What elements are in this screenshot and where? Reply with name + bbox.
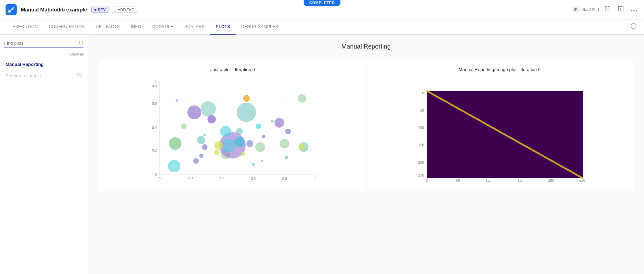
plots-grid: Just a plot - Iteration 0 (99, 59, 633, 191)
svg-point-42 (255, 142, 265, 152)
sidebar: Show all Manual Reporting Seaborn exampl… (0, 35, 88, 274)
dev-tag[interactable]: DEV (91, 7, 109, 13)
svg-text:0.4: 0.4 (220, 177, 224, 181)
svg-rect-3 (605, 6, 607, 11)
svg-text:150: 150 (418, 143, 424, 147)
sidebar-item-manual-reporting[interactable]: Manual Reporting (0, 59, 88, 70)
image-chart: 0 50 100 150 200 250 0 50 100 150 200 25… (409, 78, 590, 185)
svg-point-65 (271, 120, 274, 122)
more-options-button[interactable] (629, 5, 638, 15)
page-title: Manual Reporting (99, 43, 633, 50)
tab-scalars[interactable]: SCALARS (179, 19, 210, 35)
svg-point-47 (202, 144, 207, 150)
svg-text:0.4: 0.4 (152, 126, 157, 130)
svg-text:250: 250 (579, 179, 585, 182)
scatter-plot-card: Just a plot - Iteration 0 (99, 59, 366, 191)
image-plot-card: Manual Reporting/Image plot - Iteration … (366, 59, 633, 191)
top-right-actions: ID 66aa125d (573, 4, 638, 15)
svg-point-41 (237, 103, 256, 122)
svg-point-59 (241, 152, 245, 156)
svg-point-61 (243, 95, 250, 102)
nav-tabs: EXECUTION CONFIGURATION ARTIFACTS INFO C… (0, 19, 644, 35)
svg-point-44 (298, 94, 306, 103)
details-icon-button[interactable] (603, 4, 612, 15)
id-badge: ID 66aa125d (573, 7, 599, 12)
svg-text:0: 0 (155, 173, 157, 177)
svg-point-68 (252, 163, 255, 166)
svg-point-46 (187, 105, 201, 119)
svg-point-60 (298, 144, 305, 151)
svg-point-55 (234, 137, 245, 147)
tags-area: DEV + ADD TAG (91, 7, 137, 13)
svg-point-53 (220, 126, 231, 137)
scatter-chart: 0 0.2 0.4 0.6 0.8 1 0 0.2 0.4 0.6 0.8 1 (142, 78, 323, 185)
svg-text:50: 50 (420, 109, 424, 112)
tab-plots[interactable]: PLOTS (210, 19, 236, 35)
svg-text:0: 0 (159, 177, 161, 181)
svg-text:0.8: 0.8 (152, 84, 157, 88)
svg-text:200: 200 (418, 161, 424, 164)
tab-artifacts[interactable]: ARTIFACTS (90, 19, 125, 35)
scatter-plot-area: 0 0.2 0.4 0.6 0.8 1 0 0.2 0.4 0.6 0.8 1 (105, 78, 361, 185)
tab-execution[interactable]: EXECUTION (7, 19, 43, 35)
svg-text:150: 150 (517, 179, 523, 182)
image-plot-area: 0 50 100 150 200 250 0 50 100 150 200 25… (372, 78, 628, 185)
tab-debug-samples[interactable]: DEBUG SAMPLES (236, 19, 284, 35)
svg-text:100: 100 (485, 179, 491, 182)
svg-text:0.6: 0.6 (152, 102, 157, 105)
svg-point-9 (633, 10, 635, 11)
add-tag-button[interactable]: + ADD TAG (112, 7, 138, 13)
sidebar-item-seaborn-example[interactable]: Seaborn example (0, 70, 88, 82)
svg-point-37 (197, 136, 205, 144)
image-plot-title: Manual Reporting/Image plot - Iteration … (372, 67, 628, 72)
tab-info[interactable]: INFO (125, 19, 147, 35)
svg-text:0.2: 0.2 (188, 177, 193, 181)
svg-text:0.2: 0.2 (152, 148, 157, 152)
svg-point-8 (631, 10, 632, 11)
svg-text:50: 50 (456, 179, 460, 182)
svg-point-36 (181, 123, 187, 129)
svg-point-51 (274, 118, 284, 128)
svg-point-10 (636, 10, 637, 11)
svg-point-67 (285, 156, 288, 159)
svg-text:0.8: 0.8 (282, 177, 287, 181)
tag-dot (94, 9, 96, 11)
svg-point-71 (199, 154, 203, 158)
svg-point-62 (176, 99, 178, 102)
app-title: Manual Matplotlib example (21, 7, 87, 12)
svg-point-64 (262, 135, 265, 138)
search-box (4, 40, 84, 48)
app-logo (6, 4, 17, 15)
refresh-icon[interactable] (630, 23, 637, 31)
main-content: Manual Reporting Just a plot - Iteration… (88, 35, 644, 274)
tab-console[interactable]: CONSOLE (147, 19, 179, 35)
svg-point-58 (214, 149, 220, 155)
svg-point-48 (207, 115, 216, 123)
svg-text:1: 1 (314, 177, 316, 181)
layout-icon-button[interactable] (616, 4, 625, 15)
search-icon (79, 40, 84, 46)
svg-point-38 (201, 101, 216, 117)
scatter-plot-title: Just a plot - Iteration 0 (105, 67, 361, 72)
svg-point-66 (261, 160, 263, 162)
svg-point-63 (203, 134, 206, 136)
svg-point-69 (168, 160, 180, 172)
svg-point-54 (221, 138, 235, 152)
svg-rect-4 (608, 6, 610, 11)
hide-icon (77, 72, 82, 79)
svg-text:1: 1 (155, 80, 157, 84)
svg-text:0: 0 (426, 179, 428, 182)
search-input[interactable] (4, 41, 79, 46)
svg-text:0.6: 0.6 (251, 177, 256, 181)
svg-text:0: 0 (422, 91, 424, 95)
svg-point-56 (256, 123, 261, 129)
svg-line-12 (82, 44, 83, 45)
svg-text:100: 100 (418, 126, 424, 130)
svg-point-50 (246, 140, 253, 147)
svg-point-11 (79, 41, 83, 44)
svg-text:250: 250 (418, 173, 424, 177)
show-all-link[interactable]: Show all (0, 52, 88, 59)
tab-configuration[interactable]: CONFIGURATION (43, 19, 91, 35)
completed-badge: COMPLETED (304, 0, 340, 6)
svg-text:200: 200 (548, 179, 554, 182)
